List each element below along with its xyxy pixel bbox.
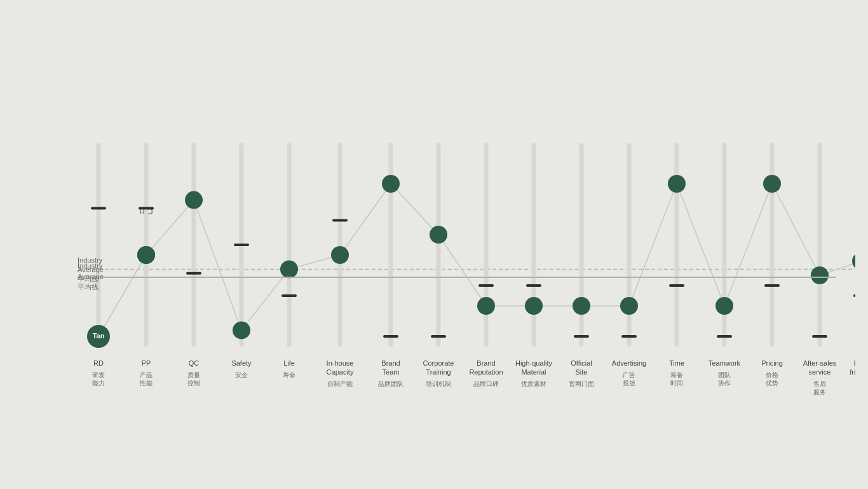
industry-average-label: IndustryAverage平均线 xyxy=(78,261,104,293)
industry-average-line xyxy=(89,277,836,278)
page-header xyxy=(0,0,868,32)
